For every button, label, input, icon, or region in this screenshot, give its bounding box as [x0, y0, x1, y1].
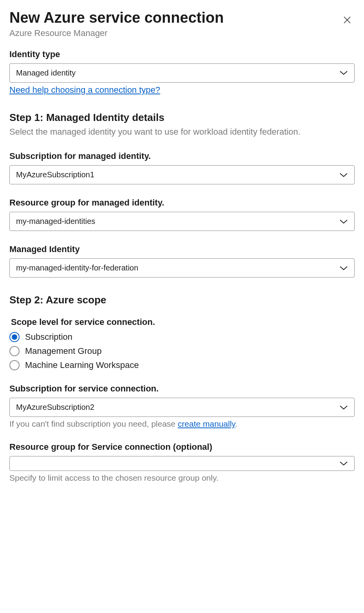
- scope-radio-subscription[interactable]: Subscription: [9, 332, 355, 342]
- subscription-sc-dropdown[interactable]: MyAzureSubscription2: [9, 398, 355, 417]
- resource-group-sc-dropdown[interactable]: [9, 456, 355, 471]
- resource-group-sc-label: Resource group for Service connection (o…: [9, 442, 355, 452]
- chevron-down-icon: [339, 173, 348, 177]
- managed-identity-value: my-managed-identity-for-federation: [16, 263, 138, 272]
- help-choosing-link[interactable]: Need help choosing a connection type?: [9, 85, 160, 95]
- radio-label: Machine Learning Workspace: [25, 360, 139, 370]
- identity-type-label: Identity type: [9, 49, 355, 59]
- managed-identity-label: Managed Identity: [9, 244, 355, 254]
- resource-group-mi-value: my-managed-identities: [16, 217, 95, 226]
- radio-label: Management Group: [25, 346, 102, 356]
- identity-type-value: Managed identity: [16, 69, 76, 78]
- resource-group-mi-label: Resource group for managed identity.: [9, 198, 355, 208]
- subscription-help-suffix: .: [235, 419, 238, 428]
- resource-group-mi-dropdown[interactable]: my-managed-identities: [9, 212, 355, 231]
- scope-level-radio-group: SubscriptionManagement GroupMachine Lear…: [9, 332, 355, 370]
- subscription-mi-value: MyAzureSubscription1: [16, 170, 94, 179]
- subscription-sc-value: MyAzureSubscription2: [16, 403, 94, 412]
- radio-icon: [9, 360, 20, 370]
- subscription-mi-label: Subscription for managed identity.: [9, 151, 355, 161]
- subscription-sc-label: Subscription for service connection.: [9, 384, 355, 394]
- managed-identity-dropdown[interactable]: my-managed-identity-for-federation: [9, 258, 355, 278]
- chevron-down-icon: [339, 219, 348, 224]
- close-icon: [343, 16, 351, 24]
- scope-radio-management-group[interactable]: Management Group: [9, 346, 355, 356]
- scope-radio-machine-learning-workspace[interactable]: Machine Learning Workspace: [9, 360, 355, 370]
- scope-level-label: Scope level for service connection.: [9, 317, 355, 327]
- chevron-down-icon: [339, 70, 348, 75]
- chevron-down-icon: [339, 266, 348, 270]
- step1-description: Select the managed identity you want to …: [9, 126, 355, 138]
- step1-heading: Step 1: Managed Identity details: [9, 112, 355, 124]
- subscription-sc-help: If you can't find subscription you need,…: [9, 419, 355, 429]
- create-manually-link[interactable]: create manually: [178, 419, 235, 428]
- radio-icon: [9, 332, 20, 342]
- resource-group-sc-help: Specify to limit access to the chosen re…: [9, 473, 355, 483]
- radio-icon: [9, 346, 20, 356]
- radio-label: Subscription: [25, 332, 72, 342]
- page-title: New Azure service connection: [9, 9, 340, 27]
- subscription-help-prefix: If you can't find subscription you need,…: [9, 419, 178, 428]
- identity-type-dropdown[interactable]: Managed identity: [9, 63, 355, 83]
- step2-heading: Step 2: Azure scope: [9, 294, 355, 306]
- chevron-down-icon: [339, 405, 348, 410]
- close-button[interactable]: [340, 13, 355, 29]
- subscription-mi-dropdown[interactable]: MyAzureSubscription1: [9, 165, 355, 184]
- chevron-down-icon: [339, 461, 348, 466]
- page-subtitle: Azure Resource Manager: [9, 28, 340, 38]
